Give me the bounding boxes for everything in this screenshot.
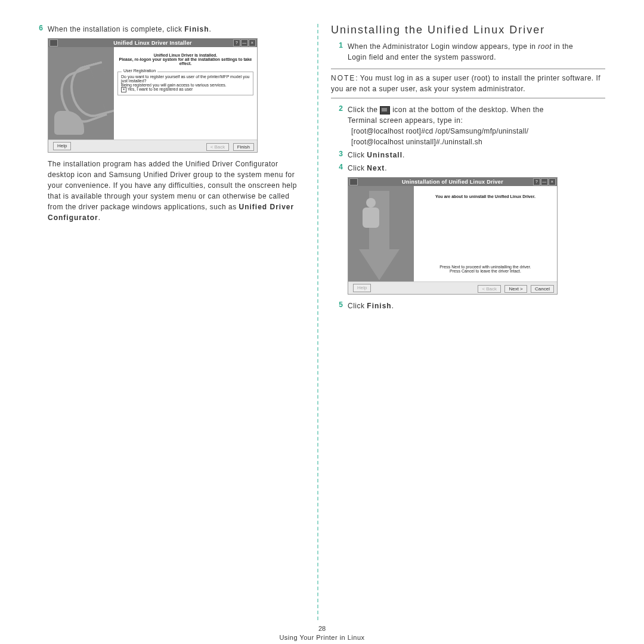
next-button[interactable]: Next > <box>504 285 527 293</box>
uninstaller-bottom-lines: Press Next to proceed with uninstalling … <box>420 265 551 273</box>
window-icon <box>349 178 358 185</box>
reg-line1: Do you want to register yourself as user… <box>121 75 250 83</box>
left-column: 6 When the installation is complete, cli… <box>24 24 317 620</box>
reg-line2: Being registered you will gain access to… <box>121 83 250 87</box>
step-4-number: 4 <box>331 163 343 174</box>
cancel-button[interactable]: Cancel <box>531 285 554 293</box>
minimize-icon: — <box>241 39 248 47</box>
step-5-text: Click Finish. <box>348 301 574 311</box>
step-6-number: 6 <box>31 24 43 35</box>
close-icon: × <box>549 178 556 185</box>
installer-line2: Please, re-logon your system for all the… <box>117 57 253 66</box>
step-2-number: 2 <box>331 104 343 147</box>
step-1-row: 1 When the Administrator Login window ap… <box>331 41 605 63</box>
step-3-text: Click Uninstall. <box>348 150 574 160</box>
installer-footer-right: < Back Finish <box>205 142 254 150</box>
reg-check-label: Yes, I want to be registered as user <box>128 87 193 91</box>
step-6-row: 6 When the installation is complete, cli… <box>31 24 305 35</box>
uninstaller-line3: Press Cancel to leave the driver intact. <box>420 269 551 273</box>
uninstaller-line2: Press Next to proceed with uninstalling … <box>420 265 551 269</box>
page-caption: Using Your Printer in Linux <box>0 634 644 641</box>
installer-graphic <box>48 47 114 140</box>
installer-screenshot: Unified Linux Driver Installer ? — × Uni… <box>48 38 258 153</box>
uninstaller-footer-right: < Back Next > Cancel <box>476 284 554 292</box>
user-registration-fieldset: User Registration Do you want to registe… <box>117 72 253 95</box>
uninstaller-titlebar: Uninstallation of Unified Linux Driver ?… <box>348 178 557 186</box>
step-3-number: 3 <box>331 150 343 160</box>
uninstaller-graphic <box>348 186 414 281</box>
installer-titlebar: Unified Linux Driver Installer ? — × <box>48 39 257 47</box>
help-button[interactable]: Help <box>53 142 71 150</box>
reg-check-row: × Yes, I want to be registered as user <box>121 87 250 92</box>
note-label: NOTE <box>331 74 355 82</box>
window-icon <box>49 39 58 47</box>
step-5-row: 5 Click Finish. <box>331 301 605 311</box>
help-window-icon: ? <box>533 178 540 185</box>
installer-footer: Help < Back Finish <box>48 140 257 152</box>
page-number: 28 <box>0 625 644 632</box>
note-text: : You must log in as a super user (root)… <box>331 74 600 93</box>
terminal-icon <box>380 106 390 114</box>
back-button[interactable]: < Back <box>206 143 230 151</box>
step-6-text: When the installation is complete, click… <box>48 24 286 35</box>
step-1-text: When the Administrator Login window appe… <box>348 41 574 63</box>
installer-content: Unified Linux Driver is installed. Pleas… <box>114 47 257 140</box>
installer-body: Unified Linux Driver is installed. Pleas… <box>48 47 257 140</box>
checkbox-icon[interactable]: × <box>121 87 126 92</box>
installer-line1: Unified Linux Driver is installed. <box>117 53 253 57</box>
uninstaller-body: You are about to uninstall the Unified L… <box>348 186 557 281</box>
uninstaller-title: Uninstallation of Unified Linux Driver <box>402 179 503 185</box>
installer-title: Unified Linux Driver Installer <box>113 40 192 46</box>
back-button[interactable]: < Back <box>478 285 501 293</box>
right-column: Uninstalling the Unified Linux Driver 1 … <box>319 24 617 620</box>
step-4-text: Click Next. <box>348 163 574 174</box>
note-block: NOTE: You must log in as a super user (r… <box>331 69 605 98</box>
fieldset-legend: User Registration <box>122 69 157 73</box>
step-4-row: 4 Click Next. <box>331 163 605 174</box>
code-line-2: [root@localhost uninstall]#./uninstall.s… <box>351 137 574 147</box>
window-controls: ? — × <box>233 39 256 47</box>
step-5-number: 5 <box>331 301 343 311</box>
install-paragraph: The installation program has added the U… <box>48 159 305 223</box>
step-1-number: 1 <box>331 41 343 63</box>
step-2-text: Click the icon at the bottom of the desk… <box>348 104 574 147</box>
uninstall-heading: Uninstalling the Unified Linux Driver <box>331 24 605 36</box>
close-icon: × <box>249 39 256 47</box>
help-window-icon: ? <box>233 39 240 47</box>
step-2-row: 2 Click the icon at the bottom of the de… <box>331 104 605 147</box>
code-line-1: [root@localhost root]#cd /opt/Samsung/mf… <box>351 126 574 137</box>
minimize-icon: — <box>541 178 548 185</box>
finish-button[interactable]: Finish <box>233 143 254 151</box>
uninstaller-footer: Help < Back Next > Cancel <box>348 281 557 294</box>
uninstaller-screenshot: Uninstallation of Unified Linux Driver ?… <box>348 177 558 295</box>
window-controls: ? — × <box>533 178 556 185</box>
help-button[interactable]: Help <box>353 284 371 292</box>
step-3-row: 3 Click Uninstall. <box>331 150 605 160</box>
page-columns: 6 When the installation is complete, cli… <box>0 0 644 620</box>
uninstaller-content: You are about to uninstall the Unified L… <box>414 186 557 281</box>
uninstaller-line1: You are about to uninstall the Unified L… <box>420 194 551 199</box>
